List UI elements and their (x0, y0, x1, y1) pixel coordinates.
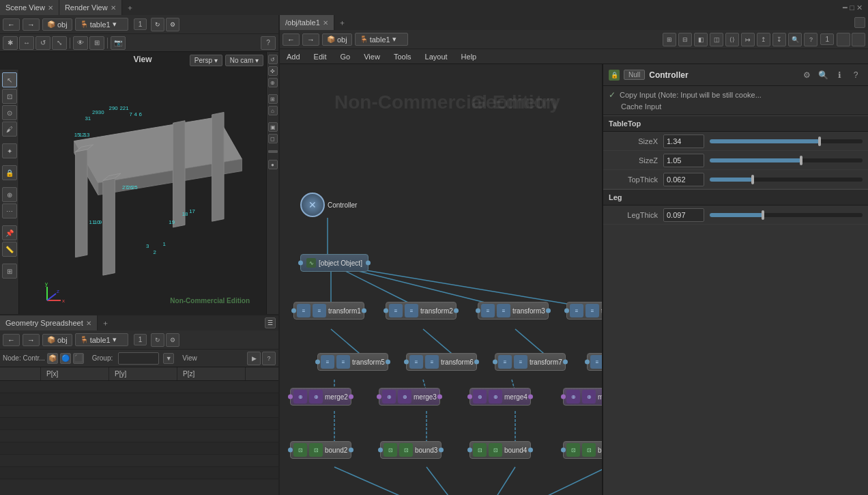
tool-rotate[interactable]: ↺ (35, 36, 50, 50)
geo-help[interactable]: ? (262, 352, 276, 365)
menu-help[interactable]: Help (454, 49, 484, 64)
tool-arrow[interactable]: ↖ (2, 72, 17, 87)
geo-node-icon[interactable]: 📦 (47, 353, 58, 364)
props-search-icon[interactable]: 🔍 (816, 68, 830, 82)
geo-node-icon3[interactable]: ⬛ (73, 353, 84, 364)
add-tab-button[interactable]: ＋ (122, 3, 138, 13)
node-icon-10[interactable]: ? (804, 33, 818, 46)
tool-lasso[interactable]: ⊙ (2, 105, 17, 120)
transform1-node[interactable]: ≡ ≡ transform1 (293, 302, 364, 320)
view-ortho[interactable]: ◻ (268, 134, 278, 143)
node-canvas[interactable]: Non-Commercial Edition Geometry (280, 64, 602, 495)
tool-scale[interactable]: ⤡ (52, 36, 67, 50)
tool-view-obj[interactable]: 👁 (73, 36, 88, 50)
node-icon-8[interactable]: ↧ (772, 33, 786, 46)
transform2-node[interactable]: ≡ ≡ transform2 (386, 302, 457, 320)
node-editor-close[interactable]: ✕ (323, 19, 328, 27)
tool-help[interactable]: ? (261, 36, 276, 50)
node-icon-4[interactable]: ◫ (710, 33, 723, 46)
tabletop-section-header[interactable]: TableTop (603, 115, 868, 132)
bound2-node[interactable]: ⊡ ⊡ bound2 (290, 441, 351, 459)
geo-path-dropdown[interactable]: 🪑 table1 ▾ (75, 333, 128, 346)
menu-layout[interactable]: Layout (418, 49, 454, 64)
props-settings-icon[interactable]: ⚙ (800, 68, 813, 82)
tool-measure[interactable]: 📏 (2, 242, 17, 257)
node-forward[interactable]: → (302, 33, 319, 46)
scene-view-tab[interactable]: Scene View ✕ (0, 0, 59, 15)
leg-section-header[interactable]: Leg (603, 189, 868, 206)
view-settings[interactable]: ● (268, 160, 278, 169)
node-icon-1[interactable]: ⊞ (663, 33, 676, 46)
tool-extra[interactable]: ⊞ (2, 264, 17, 279)
node-icon-9[interactable]: 🔍 (788, 33, 802, 46)
tool-grid[interactable]: ⊞ (89, 36, 104, 50)
node-back[interactable]: ← (283, 33, 300, 46)
view-tumble[interactable]: ↺ (268, 55, 278, 64)
geo-obj-icon[interactable]: 📦 obj (42, 334, 72, 346)
tool-translate[interactable]: ↔ (19, 36, 34, 50)
transform3-node[interactable]: ≡ ≡ transform3 (478, 302, 549, 320)
props-help-icon[interactable]: ? (849, 68, 863, 82)
transform5-node[interactable]: ≡ ≡ transform5 (317, 353, 388, 371)
merge5-node[interactable]: ⊕ ⊕ merge5 (563, 388, 602, 406)
sizex-value[interactable]: 1.34 (663, 135, 704, 148)
node-tab-add[interactable]: ＋ (334, 18, 350, 28)
view-zoom[interactable]: ⊕ (268, 78, 278, 87)
render-view-tab[interactable]: Render View ✕ (59, 0, 122, 15)
node-icon-2[interactable]: ⊟ (678, 33, 692, 46)
scene-btn-1[interactable]: ↻ (151, 18, 164, 31)
view-home[interactable]: ⌂ (268, 106, 278, 115)
geo-tab-close[interactable]: ✕ (86, 320, 91, 327)
legthick-slider[interactable] (710, 213, 863, 217)
tool-snap[interactable]: ⋯ (2, 203, 17, 218)
merge4-node[interactable]: ⊕ ⊕ merge4 (469, 388, 531, 406)
node-extra-1[interactable] (837, 33, 850, 46)
sizez-slider[interactable] (710, 158, 863, 162)
add1-node[interactable]: ∿ [object Object] (300, 254, 368, 272)
node-icon-3[interactable]: ◧ (694, 33, 708, 46)
view-pan[interactable]: ✜ (268, 66, 278, 76)
geo-tab[interactable]: Geometry Spreadsheet ✕ (0, 315, 98, 330)
merge2-node[interactable]: ⊕ ⊕ merge2 (290, 388, 351, 406)
geo-filter-btn[interactable]: ▼ (163, 353, 174, 364)
transform7-node[interactable]: ≡ ≡ transform7 (495, 353, 566, 371)
tool-select[interactable]: ✱ (3, 36, 18, 50)
geo-refresh[interactable]: ↻ (151, 333, 164, 347)
transform8-node[interactable]: ≡ ≡ transform8 (587, 353, 602, 371)
node-editor-tab[interactable]: /obj/table1 ✕ (280, 15, 334, 30)
geo-panel-options[interactable]: ☰ (265, 317, 276, 328)
menu-tools[interactable]: Tools (387, 49, 418, 64)
render-view-close[interactable]: ✕ (111, 4, 116, 12)
props-info-icon[interactable]: ℹ (833, 68, 846, 82)
obj-icon[interactable]: 📦 obj (42, 18, 72, 31)
tool-lock[interactable]: 🔒 (2, 165, 17, 180)
tool-paint[interactable]: 🖌 (2, 122, 17, 137)
geo-node-icon2[interactable]: 🔵 (60, 353, 71, 364)
menu-edit[interactable]: Edit (307, 49, 334, 64)
tool-pivot[interactable]: ⊕ (2, 187, 17, 202)
geo-group-input[interactable] (118, 352, 159, 365)
node-icon-5[interactable]: ⟨⟩ (725, 33, 739, 46)
topthick-slider[interactable] (710, 178, 863, 182)
tool-pin[interactable]: 📌 (2, 225, 17, 240)
transform4-node[interactable]: ≡ ≡ transform4 (566, 302, 602, 320)
transform6-node[interactable]: ≡ ≡ transform6 (406, 353, 477, 371)
bound5-node[interactable]: ⊡ ⊡ bound5 (563, 441, 602, 459)
scene-path-dropdown[interactable]: 🪑 table1 ▾ (75, 18, 128, 31)
menu-add[interactable]: Add (280, 49, 307, 64)
geo-play[interactable]: ▶ (247, 352, 261, 365)
node-obj-icon[interactable]: 📦 obj (322, 33, 352, 46)
geo-tab-add[interactable]: ＋ (98, 318, 113, 328)
node-panel-options[interactable] (854, 17, 865, 28)
bound4-node[interactable]: ⊡ ⊡ bound4 (469, 441, 531, 459)
scene-btn-2[interactable]: ⚙ (166, 18, 179, 31)
geo-settings[interactable]: ⚙ (166, 333, 179, 347)
menu-view[interactable]: View (357, 49, 387, 64)
menu-go[interactable]: Go (334, 49, 358, 64)
node-icon-6[interactable]: ↦ (741, 33, 755, 46)
sizex-slider[interactable] (710, 139, 863, 143)
node-extra-2[interactable] (852, 33, 865, 46)
sizez-value[interactable]: 1.05 (663, 154, 704, 167)
legthick-value[interactable]: 0.097 (663, 208, 704, 222)
scene-view-close[interactable]: ✕ (48, 4, 53, 12)
